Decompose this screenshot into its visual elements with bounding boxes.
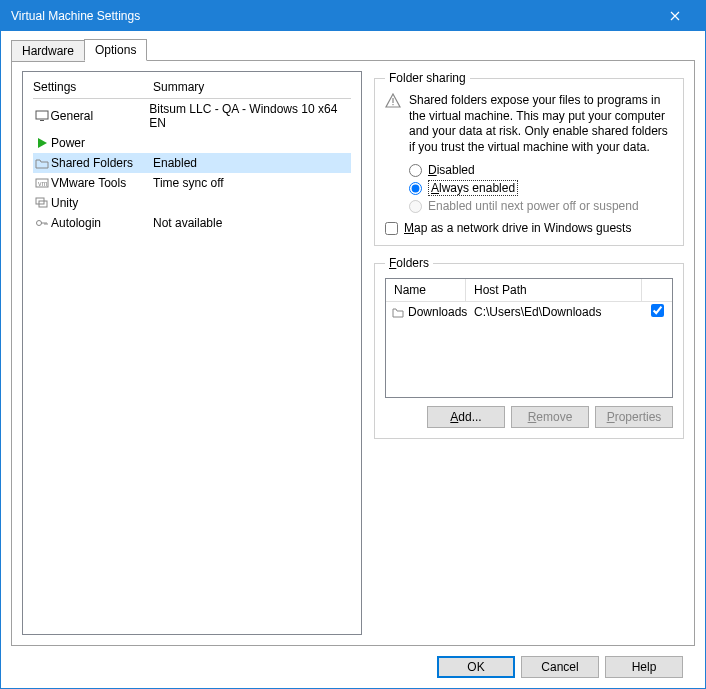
- settings-item-label: General: [50, 109, 149, 123]
- folder-sharing-group: Folder sharing Shared folders expose you…: [374, 71, 684, 246]
- map-drive-label[interactable]: Map as a network drive in Windows guests: [404, 221, 631, 235]
- windows-icon: [33, 197, 51, 209]
- folder-path: C:\Users\Ed\Downloads: [466, 305, 642, 319]
- settings-item-label: Unity: [51, 196, 153, 210]
- key-icon: [33, 217, 51, 229]
- settings-item-summary: Enabled: [153, 156, 197, 170]
- ok-button[interactable]: OK: [437, 656, 515, 678]
- map-drive-row[interactable]: Map as a network drive in Windows guests: [385, 221, 673, 235]
- titlebar: Virtual Machine Settings: [1, 1, 705, 31]
- svg-rect-1: [40, 120, 44, 121]
- settings-item-label: Shared Folders: [51, 156, 153, 170]
- settings-list: Settings Summary General Bitsum LLC - QA…: [22, 71, 362, 635]
- settings-item-shared-folders[interactable]: Shared Folders Enabled: [33, 153, 351, 173]
- folders-column-hostpath[interactable]: Host Path: [466, 279, 642, 301]
- svg-rect-7: [392, 98, 393, 103]
- settings-item-power[interactable]: Power: [33, 133, 351, 153]
- radio-disabled-label[interactable]: Disabled: [428, 163, 475, 177]
- svg-rect-0: [36, 111, 48, 119]
- folder-enabled-checkbox[interactable]: [651, 304, 664, 317]
- warning-icon: [385, 93, 401, 155]
- settings-item-label: VMware Tools: [51, 176, 153, 190]
- close-button[interactable]: [655, 1, 695, 31]
- folders-column-name[interactable]: Name: [386, 279, 466, 301]
- monitor-icon: [33, 110, 50, 122]
- close-icon: [670, 11, 680, 21]
- remove-button: Remove: [511, 406, 589, 428]
- radio-always-row[interactable]: Always enabled: [409, 181, 673, 195]
- radio-always[interactable]: [409, 182, 422, 195]
- svg-rect-8: [392, 104, 393, 105]
- tab-hardware[interactable]: Hardware: [11, 40, 85, 62]
- cancel-button[interactable]: Cancel: [521, 656, 599, 678]
- help-button[interactable]: Help: [605, 656, 683, 678]
- add-button[interactable]: Add...: [427, 406, 505, 428]
- folders-table[interactable]: Name Host Path Downloads C:\Users\Ed\Dow…: [385, 278, 673, 398]
- column-settings: Settings: [33, 80, 153, 94]
- folder-icon: [392, 307, 404, 318]
- radio-disabled-row[interactable]: Disabled: [409, 163, 673, 177]
- radio-until: [409, 200, 422, 213]
- folders-legend: Folders: [385, 256, 433, 270]
- folder-row[interactable]: Downloads C:\Users\Ed\Downloads: [386, 302, 672, 322]
- folders-column-enabled[interactable]: [642, 279, 672, 301]
- tab-options[interactable]: Options: [84, 39, 147, 61]
- play-icon: [33, 137, 51, 149]
- radio-disabled[interactable]: [409, 164, 422, 177]
- settings-item-autologin[interactable]: Autologin Not available: [33, 213, 351, 233]
- window-title: Virtual Machine Settings: [11, 9, 655, 23]
- settings-item-summary: Not available: [153, 216, 222, 230]
- column-summary: Summary: [153, 80, 204, 94]
- svg-point-6: [37, 221, 42, 226]
- svg-text:vm: vm: [38, 180, 48, 187]
- radio-until-label: Enabled until next power off or suspend: [428, 199, 639, 213]
- settings-item-general[interactable]: General Bitsum LLC - QA - Windows 10 x64…: [33, 99, 351, 133]
- radio-until-row: Enabled until next power off or suspend: [409, 199, 673, 213]
- radio-always-label[interactable]: Always enabled: [428, 181, 518, 195]
- folder-name: Downloads: [408, 305, 467, 319]
- settings-item-vmware-tools[interactable]: vm VMware Tools Time sync off: [33, 173, 351, 193]
- settings-item-unity[interactable]: Unity: [33, 193, 351, 213]
- properties-button: Properties: [595, 406, 673, 428]
- map-drive-checkbox[interactable]: [385, 222, 398, 235]
- folders-group: Folders Name Host Path Downloads C:\User…: [374, 256, 684, 439]
- settings-item-summary: Bitsum LLC - QA - Windows 10 x64 EN: [149, 102, 351, 130]
- warning-text: Shared folders expose your files to prog…: [409, 93, 673, 155]
- settings-item-label: Autologin: [51, 216, 153, 230]
- folder-sharing-legend: Folder sharing: [385, 71, 470, 85]
- settings-item-label: Power: [51, 136, 153, 150]
- folder-icon: [33, 157, 51, 169]
- vm-icon: vm: [33, 177, 51, 189]
- settings-item-summary: Time sync off: [153, 176, 224, 190]
